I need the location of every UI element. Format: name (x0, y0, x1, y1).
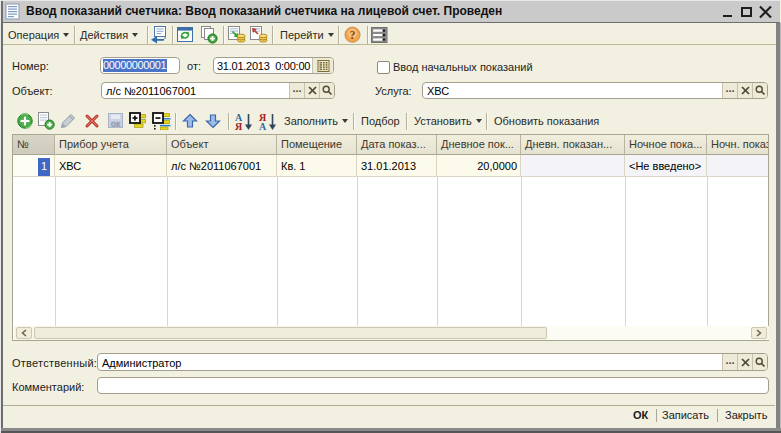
svg-text:ОК: ОК (111, 121, 120, 128)
svg-text:Я: Я (235, 121, 243, 131)
svg-text:?: ? (350, 28, 356, 42)
svg-text:А: А (259, 121, 267, 131)
